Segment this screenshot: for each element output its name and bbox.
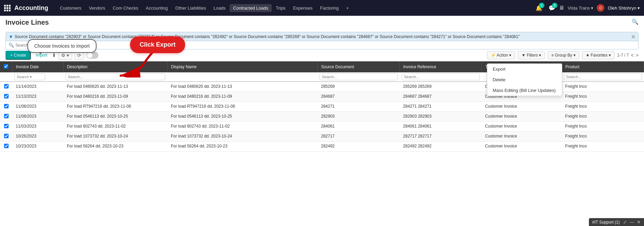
row-checkbox[interactable] — [4, 94, 9, 98]
row-invoice-ref: 285269 285269 — [400, 82, 482, 92]
row-checkbox-cell — [0, 122, 12, 132]
search-date-cell — [12, 72, 63, 82]
filter-search-icon: 🔍 — [9, 43, 14, 48]
notifications-bell[interactable]: 🔔 5 — [536, 5, 542, 11]
row-display-name: For load RT947216 dd. 2023-11-06 — [167, 102, 318, 112]
nav-vendors[interactable]: Vendors — [86, 4, 109, 12]
click-export-button[interactable]: Click Export — [130, 36, 185, 53]
col-invoice-reference[interactable]: Invoice Reference — [400, 61, 482, 72]
search-date-input[interactable] — [14, 73, 45, 80]
search-description-cell — [63, 72, 167, 82]
fullscreen-icon[interactable]: ⤢ — [623, 219, 627, 225]
toggle-switch[interactable] — [86, 52, 99, 59]
filter-close-icon[interactable]: ✕ — [631, 34, 635, 40]
menu-export[interactable]: Export — [487, 64, 562, 74]
col-invoice-date[interactable]: Invoice Date — [12, 61, 63, 72]
main-nav: Customers Vendors Com Checks Accounting … — [56, 4, 533, 12]
toolbar-right: ⚡ Action ▾ Export Delete Mass Editing (B… — [487, 51, 639, 59]
row-checkbox[interactable] — [4, 134, 9, 138]
filter-search-input[interactable] — [15, 43, 635, 48]
search-source-cell — [318, 72, 400, 82]
chat-badge: 8 — [552, 3, 557, 8]
row-checkbox[interactable] — [4, 124, 9, 128]
filters-button[interactable]: ▼ Filters ▾ — [518, 51, 545, 59]
row-date: 10/26/2023 — [12, 132, 63, 142]
row-display-name: For load 0480620 dd. 2023-11-13 — [167, 82, 318, 92]
row-checkbox-cell — [0, 102, 12, 112]
prev-page-button[interactable]: < — [631, 52, 634, 58]
nav-factoring[interactable]: Factoring — [317, 4, 342, 12]
user-avatar: O — [597, 4, 604, 12]
row-source-doc: 282717 — [318, 132, 400, 142]
minimize-icon[interactable]: — — [630, 219, 634, 225]
select-all-checkbox[interactable] — [4, 64, 8, 69]
page-title: Invoice Lines — [5, 19, 49, 26]
row-product: Freight Inco — [562, 92, 644, 102]
user-menu[interactable]: Oleh Shtohryn ▾ — [608, 5, 640, 11]
nav-trips[interactable]: Trips — [272, 4, 289, 12]
filter-icon: ▼ — [9, 34, 13, 39]
row-checkbox[interactable] — [4, 84, 9, 88]
row-date: 11/08/2023 — [12, 102, 63, 112]
nav-contracted-loads[interactable]: Contracted Loads — [230, 4, 272, 12]
next-page-button[interactable]: > — [636, 52, 639, 58]
group-by-button[interactable]: ≡ Group By ▾ — [548, 51, 579, 59]
pagination-text: 1-7 / 7 — [617, 53, 629, 58]
row-date: 11/14/2023 — [12, 82, 63, 92]
row-checkbox[interactable] — [4, 104, 9, 108]
action-dropdown-menu: Export Delete Mass Editing (Bill Line Up… — [487, 63, 562, 96]
close-it-icon[interactable]: ✕ — [637, 219, 641, 225]
pagination: 1-7 / 7 < > — [617, 52, 639, 58]
global-search-icon[interactable]: 🔍 — [632, 19, 639, 25]
action-dropdown-container: ⚡ Action ▾ Export Delete Mass Editing (B… — [487, 51, 515, 59]
nav-accounting[interactable]: Accounting — [142, 4, 171, 12]
create-button[interactable]: + Create — [5, 51, 31, 60]
row-type: Customer Invoice — [482, 122, 562, 132]
messages-icon[interactable]: 💬 8 — [549, 5, 555, 11]
menu-delete[interactable]: Delete — [487, 74, 562, 85]
toolbar: + Create Import ⬇ ⚙ ▾ ⟳ ⚡ Action ▾ Expor… — [0, 49, 644, 61]
row-display-name: For load 802743 dd. 2023-11-02 — [167, 122, 318, 132]
row-invoice-ref: 282903 282903 — [400, 112, 482, 122]
row-description: For load 56264 dd. 2023-10-23 — [63, 142, 167, 152]
main-content: Invoice Lines 🔍 ▼ Source Document contai… — [0, 16, 644, 226]
bell-badge: 5 — [539, 3, 544, 8]
search-description-input[interactable] — [65, 73, 165, 80]
favorites-button[interactable]: ★ Favorites ▾ — [582, 51, 615, 59]
nav-add[interactable]: + — [343, 4, 352, 12]
col-display-name[interactable]: Display Name — [167, 61, 318, 72]
row-checkbox[interactable] — [4, 114, 9, 118]
nav-customers[interactable]: Customers — [56, 4, 85, 12]
download-icon[interactable]: ⬇ — [52, 52, 56, 58]
it-support-label: #IT Support (1) — [592, 220, 620, 225]
nav-loads[interactable]: Loads — [210, 4, 229, 12]
table-row: 11/08/2023 For load RT947216 dd. 2023-11… — [0, 102, 644, 112]
row-date: 11/13/2023 — [12, 92, 63, 102]
monitor-icon[interactable]: 🖥 — [559, 5, 564, 11]
row-checkbox-cell — [0, 132, 12, 142]
col-source-document[interactable]: Source Document — [318, 61, 400, 72]
menu-mass-editing[interactable]: Mass Editing (Bill Line Updates) — [487, 85, 562, 96]
action-button[interactable]: ⚡ Action ▾ — [487, 51, 515, 59]
col-checkbox — [0, 61, 12, 72]
search-product-input[interactable] — [564, 73, 642, 80]
row-checkbox[interactable] — [4, 144, 9, 148]
app-logo[interactable]: Accounting — [14, 4, 48, 12]
search-source-input[interactable] — [320, 73, 398, 80]
nav-other-liabilities[interactable]: Other Liabilities — [172, 4, 209, 12]
nav-expenses[interactable]: Expenses — [289, 4, 316, 12]
filter-text: Source Document contains "282903" or Sou… — [15, 34, 627, 40]
row-checkbox-cell — [0, 82, 12, 92]
table-row: 11/08/2023 For load 0546113 dd. 2023-10-… — [0, 112, 644, 122]
company-selector[interactable]: Vista Trans ▾ — [568, 5, 593, 11]
col-product[interactable]: Product — [562, 61, 644, 72]
grid-icon[interactable] — [4, 5, 10, 11]
row-source-doc: 282492 — [318, 142, 400, 152]
col-description[interactable]: Description — [63, 61, 167, 72]
row-invoice-ref: 282717 282717 — [400, 132, 482, 142]
search-invoice-ref-input[interactable] — [402, 73, 480, 80]
row-type: Customer Invoice — [482, 102, 562, 112]
row-description: For load 1073732 dd. 2023-10-24 — [63, 132, 167, 142]
nav-com-checks[interactable]: Com Checks — [110, 4, 142, 12]
table-row: 11/03/2023 For load 802743 dd. 2023-11-0… — [0, 122, 644, 132]
